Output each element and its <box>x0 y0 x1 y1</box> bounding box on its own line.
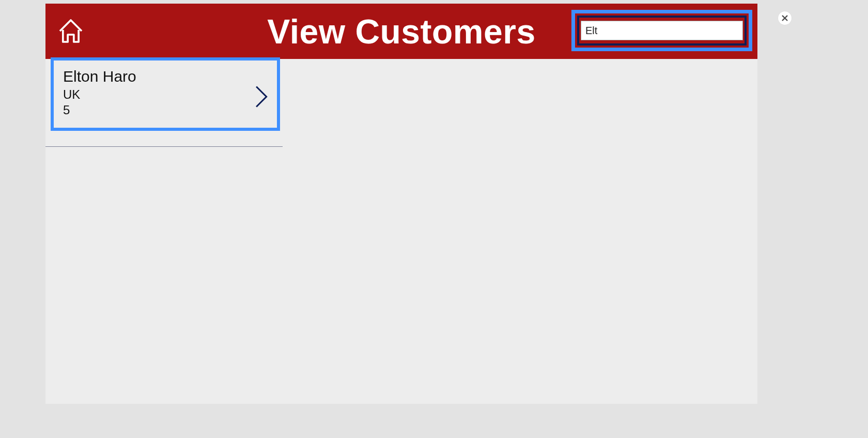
close-button[interactable] <box>778 11 792 25</box>
customer-country: UK <box>63 87 268 102</box>
chevron-right-icon <box>255 85 269 110</box>
customer-card[interactable]: Elton Haro UK 5 <box>51 57 280 131</box>
search-highlight-outer <box>571 10 752 51</box>
app-window: View Customers Elton Haro UK 5 <box>45 4 757 404</box>
customer-name: Elton Haro <box>63 68 268 85</box>
list-divider <box>45 146 283 147</box>
content-area: Elton Haro UK 5 <box>45 57 757 147</box>
header-bar: View Customers <box>45 4 757 59</box>
search-highlight-inner <box>577 16 747 46</box>
customer-list: Elton Haro UK 5 <box>45 57 283 147</box>
search-input[interactable] <box>581 21 743 40</box>
home-icon <box>56 17 85 46</box>
customer-id: 5 <box>63 103 268 117</box>
close-icon <box>782 15 788 21</box>
home-button[interactable] <box>55 15 87 47</box>
